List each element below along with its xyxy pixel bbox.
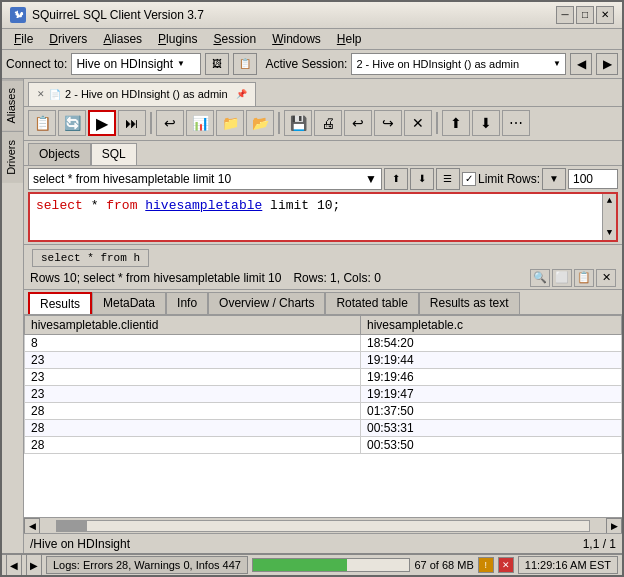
toolbar-paste-btn[interactable]: 📂	[246, 110, 274, 136]
session-value: 2 - Hive on HDInsight () as admin	[356, 58, 519, 70]
sql-editor[interactable]: select * from hivesampletable limit 10; …	[28, 192, 618, 242]
toolbar-delete-btn[interactable]: ✕	[404, 110, 432, 136]
table-cell[interactable]: 28	[25, 419, 361, 436]
toolbar-print-btn[interactable]: 🖨	[314, 110, 342, 136]
next-session-button[interactable]: ▶	[596, 53, 618, 75]
result-tab-results[interactable]: Results	[28, 292, 92, 314]
table-cell[interactable]: 01:37:50	[361, 402, 622, 419]
connect-icon-btn1[interactable]: 🖼	[205, 53, 229, 75]
menu-drivers[interactable]: Drivers	[41, 30, 95, 48]
session-dropdown[interactable]: 2 - Hive on HDInsight () as admin ▼	[351, 53, 566, 75]
window-controls: ─ □ ✕	[556, 6, 614, 24]
limit-input[interactable]	[568, 169, 618, 189]
result-tab-charts[interactable]: Overview / Charts	[208, 292, 325, 314]
scroll-down-icon[interactable]: ▼	[607, 228, 612, 238]
menu-plugins[interactable]: Plugins	[150, 30, 205, 48]
sql-history-input[interactable]: select * from hivesampletable limit 10 ▼	[28, 168, 382, 190]
tab-pin-icon: 📌	[236, 89, 247, 99]
result-tab-info[interactable]: Info	[166, 292, 208, 314]
col-header-col2: hivesampletable.c	[361, 315, 622, 334]
h-scroll-right-btn[interactable]: ▶	[606, 518, 622, 534]
status-warning-icon[interactable]: !	[478, 557, 494, 573]
limit-checkbox[interactable]: ✓	[462, 172, 476, 186]
h-scroll-left-btn[interactable]: ◀	[24, 518, 40, 534]
result-tab-text[interactable]: Results as text	[419, 292, 520, 314]
logs-text: Logs: Errors 28, Warnings 0, Infos 447	[53, 559, 241, 571]
prev-session-button[interactable]: ◀	[570, 53, 592, 75]
result-tab-rotated[interactable]: Rotated table	[325, 292, 418, 314]
results-close-icon[interactable]: ✕	[596, 269, 616, 287]
toolbar-copy-btn[interactable]: 📁	[216, 110, 244, 136]
toolbar-step-btn[interactable]: ⏭	[118, 110, 146, 136]
toolbar-refresh-btn[interactable]: 🔄	[58, 110, 86, 136]
results-search-icon[interactable]: 🔍	[530, 269, 550, 287]
maximize-button[interactable]: □	[576, 6, 594, 24]
result-tab-metadata[interactable]: MetaData	[92, 292, 166, 314]
scroll-up-icon[interactable]: ▲	[607, 196, 612, 206]
tab-objects[interactable]: Objects	[28, 143, 91, 165]
minimize-button[interactable]: ─	[556, 6, 574, 24]
query-tab-label[interactable]: select * from h	[32, 249, 149, 267]
limit-dropdown-arrow[interactable]: ▼	[542, 168, 566, 190]
connect-icon-btn2[interactable]: 📋	[233, 53, 257, 75]
sql-scrollbar[interactable]: ▲ ▼	[602, 194, 616, 240]
sql-format-btn[interactable]: ☰	[436, 168, 460, 190]
toolbar-separator-3	[436, 112, 438, 134]
table-cell[interactable]: 23	[25, 368, 361, 385]
status-nav-right[interactable]: ▶	[26, 554, 42, 576]
connect-value: Hive on HDInsight	[76, 57, 173, 71]
h-scroll-thumb[interactable]	[57, 521, 87, 531]
logs-segment[interactable]: Logs: Errors 28, Warnings 0, Infos 447	[46, 556, 248, 574]
table-cell[interactable]: 8	[25, 334, 361, 351]
toolbar-redo-btn[interactable]: ↪	[374, 110, 402, 136]
toolbar-up-btn[interactable]: ⬆	[442, 110, 470, 136]
menu-file[interactable]: File	[6, 30, 41, 48]
table-cell[interactable]: 19:19:46	[361, 368, 622, 385]
toolbar-run-btn[interactable]: ▶	[88, 110, 116, 136]
h-scroll-track[interactable]	[56, 520, 590, 532]
table-cell[interactable]: 28	[25, 436, 361, 453]
toolbar-save-btn[interactable]: 💾	[284, 110, 312, 136]
toolbar-separator-2	[278, 112, 280, 134]
content-status-bar: /Hive on HDInsight 1,1 / 1	[24, 533, 622, 553]
menu-windows[interactable]: Windows	[264, 30, 329, 48]
toolbar-more-btn[interactable]: ⋯	[502, 110, 530, 136]
close-button[interactable]: ✕	[596, 6, 614, 24]
tab-sql[interactable]: SQL	[91, 143, 137, 165]
tab-close-icon[interactable]: ✕	[37, 89, 45, 99]
table-cell[interactable]: 19:19:44	[361, 351, 622, 368]
results-rows-cols: Rows: 1, Cols: 0	[293, 271, 380, 285]
sql-history-prev[interactable]: ⬆	[384, 168, 408, 190]
menu-session[interactable]: Session	[205, 30, 264, 48]
table-cell[interactable]: 23	[25, 351, 361, 368]
results-copy-icon[interactable]: ⬜	[552, 269, 572, 287]
table-cell[interactable]: 00:53:50	[361, 436, 622, 453]
toolbar-objects-btn[interactable]: 📋	[28, 110, 56, 136]
status-error-icon[interactable]: ✕	[498, 557, 514, 573]
toolbar-commit-btn[interactable]: ↩	[156, 110, 184, 136]
menu-aliases[interactable]: Aliases	[95, 30, 150, 48]
col-header-clientid: hivesampletable.clientid	[25, 315, 361, 334]
horizontal-scrollbar[interactable]: ◀ ▶	[24, 517, 622, 533]
app-title: SQuirreL SQL Client Version 3.7	[32, 8, 204, 22]
toolbar-table-btn[interactable]: 📊	[186, 110, 214, 136]
table-row: 2319:19:46	[25, 368, 622, 385]
menu-help[interactable]: Help	[329, 30, 370, 48]
toolbar-undo-btn[interactable]: ↩	[344, 110, 372, 136]
table-cell[interactable]: 19:19:47	[361, 385, 622, 402]
sidebar-tab-drivers[interactable]: Drivers	[2, 131, 23, 183]
table-cell[interactable]: 28	[25, 402, 361, 419]
sql-limit-text: limit 10;	[270, 198, 340, 213]
bottom-status-bar: ◀ ▶ Logs: Errors 28, Warnings 0, Infos 4…	[2, 553, 622, 575]
status-nav-left[interactable]: ◀	[6, 554, 22, 576]
result-tabs: Results MetaData Info Overview / Charts …	[24, 290, 622, 315]
toolbar-down-btn[interactable]: ⬇	[472, 110, 500, 136]
table-cell[interactable]: 00:53:31	[361, 419, 622, 436]
sql-history-next[interactable]: ⬇	[410, 168, 434, 190]
sidebar-tab-aliases[interactable]: Aliases	[2, 79, 23, 131]
table-cell[interactable]: 23	[25, 385, 361, 402]
results-export-icon[interactable]: 📋	[574, 269, 594, 287]
session-tab-1[interactable]: ✕ 📄 2 - Hive on HDInsight () as admin 📌	[28, 82, 256, 106]
connect-dropdown[interactable]: Hive on HDInsight ▼	[71, 53, 201, 75]
table-cell[interactable]: 18:54:20	[361, 334, 622, 351]
